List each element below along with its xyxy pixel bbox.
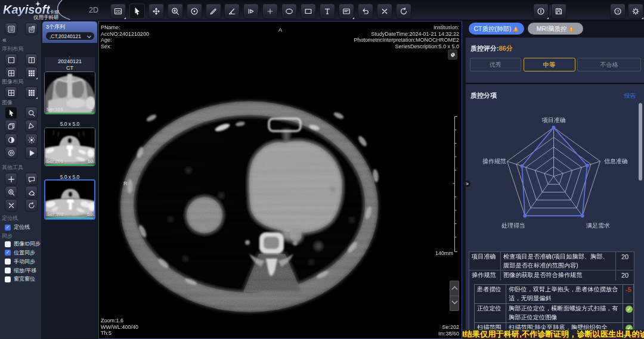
svg-text:?: ? xyxy=(617,9,619,14)
